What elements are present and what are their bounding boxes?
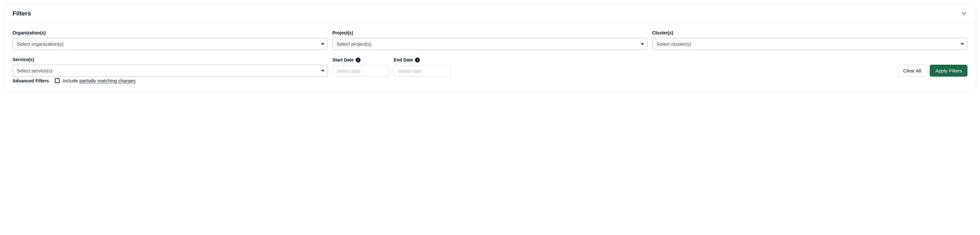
advanced-filters-row: Advanced Filters Include partially match… bbox=[13, 78, 967, 83]
start-date-label-text: Start Date bbox=[332, 57, 354, 62]
cluster-placeholder: Select cluster(s) bbox=[656, 41, 691, 47]
caret-down-icon bbox=[961, 43, 964, 45]
filters-header: Filters bbox=[4, 4, 976, 23]
end-date-input[interactable] bbox=[394, 65, 450, 76]
chevron-down-icon bbox=[960, 10, 967, 17]
include-partial-checkbox[interactable] bbox=[55, 78, 60, 83]
info-icon[interactable]: i bbox=[415, 58, 420, 62]
filters-row-1: Organization(s) Select organization(s) P… bbox=[13, 30, 967, 50]
service-label: Service(s) bbox=[13, 57, 328, 62]
cluster-select[interactable]: Select cluster(s) bbox=[652, 38, 967, 50]
organization-select[interactable]: Select organization(s) bbox=[13, 38, 328, 50]
filters-title: Filters bbox=[13, 10, 31, 17]
collapse-toggle[interactable] bbox=[960, 10, 967, 17]
start-date-label: Start Date i bbox=[332, 57, 389, 62]
include-prefix: Include bbox=[62, 78, 80, 83]
cluster-field: Cluster(s) Select cluster(s) bbox=[652, 30, 967, 50]
end-date-label-text: End Date bbox=[394, 57, 413, 62]
service-select[interactable]: Select service(s) bbox=[13, 65, 328, 76]
actions-row: Clear All Apply Filters bbox=[898, 65, 967, 76]
service-placeholder: Select service(s) bbox=[17, 68, 52, 73]
cluster-label: Cluster(s) bbox=[652, 30, 967, 35]
include-partial-checkbox-wrap[interactable]: Include partially matching charges bbox=[55, 78, 136, 83]
include-underlined-text: partially matching charges bbox=[79, 78, 135, 83]
organization-field: Organization(s) Select organization(s) bbox=[13, 30, 328, 50]
start-date-field: Start Date i bbox=[332, 57, 389, 76]
project-field: Project(s) Select project(s) bbox=[332, 30, 648, 50]
filters-body: Organization(s) Select organization(s) P… bbox=[4, 23, 976, 92]
filters-card: Filters Organization(s) Select organizat… bbox=[4, 4, 976, 92]
info-icon[interactable]: i bbox=[356, 58, 361, 62]
advanced-filters-title: Advanced Filters bbox=[13, 78, 49, 83]
project-placeholder: Select project(s) bbox=[337, 41, 371, 47]
organization-placeholder: Select organization(s) bbox=[17, 41, 64, 47]
end-date-field: End Date i bbox=[394, 57, 450, 76]
project-label: Project(s) bbox=[332, 30, 648, 35]
start-date-input[interactable] bbox=[332, 65, 389, 76]
filters-row-2: Service(s) Select service(s) Start Date … bbox=[13, 57, 967, 76]
organization-label: Organization(s) bbox=[13, 30, 328, 35]
apply-filters-button[interactable]: Apply Filters bbox=[930, 65, 967, 76]
end-date-label: End Date i bbox=[394, 57, 450, 62]
clear-all-button[interactable]: Clear All bbox=[898, 65, 927, 76]
service-field: Service(s) Select service(s) bbox=[13, 57, 328, 76]
caret-down-icon bbox=[641, 43, 644, 45]
include-partial-label: Include partially matching charges bbox=[62, 78, 136, 83]
project-select[interactable]: Select project(s) bbox=[332, 38, 648, 50]
caret-down-icon bbox=[321, 43, 325, 45]
caret-down-icon bbox=[321, 70, 325, 72]
